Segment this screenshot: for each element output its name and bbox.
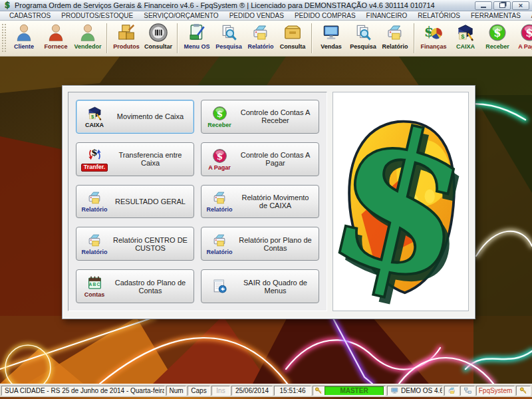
green-dollar-orb-icon (487, 23, 507, 43)
financial-menu-panel: CAIXA Movimento de Caixa Receber Control… (62, 85, 475, 319)
button-cadastro-plano-de-contas[interactable]: Contas Cadastro do Plano de Contas (76, 269, 194, 303)
toolbar-pesquisa-vendas[interactable]: Pesquisa (347, 21, 379, 56)
printer-icon (448, 386, 456, 395)
status-num-lock: Num (166, 386, 186, 396)
menu-cadastros[interactable]: CADASTROS (4, 11, 56, 20)
button-sair-quadro-de-menus[interactable]: SAIR do Quadro de Menus (201, 269, 319, 303)
toolbar-relatorio-vendas[interactable]: Relatório (379, 21, 411, 56)
menu-ajuda[interactable]: AJUDA (526, 11, 532, 20)
user-key-icon (519, 386, 528, 395)
menu-relatorios[interactable]: RELATÓRIOS (412, 11, 466, 20)
toolbar-cliente[interactable]: Cliente (8, 21, 40, 56)
user-badge: MASTER (325, 386, 384, 396)
toolbar-produtos[interactable]: Produtos (110, 21, 142, 56)
status-network[interactable] (460, 386, 475, 396)
toolbar-financas[interactable]: Finanças (418, 21, 450, 56)
status-date: 25/06/2014 (231, 386, 273, 396)
button-relatorio-centro-de-custos[interactable]: Relatório Relatório CENTRO DE CUSTOS (76, 227, 194, 261)
calendar-abc-icon (86, 275, 104, 291)
printer-icon (211, 190, 229, 206)
file-drawer-icon (283, 23, 303, 43)
application-window: $ Programa Ordem de Serviços Gerais & Fi… (0, 0, 532, 399)
toolbar-separator (177, 23, 178, 53)
toolbar-separator (414, 23, 415, 53)
button-relatorio-movimento-caixa[interactable]: Relatório Relatório Movimento de CAIXA (201, 185, 319, 219)
client-person-icon (14, 23, 34, 43)
product-boxes-icon (116, 23, 136, 43)
toolbar-consultar[interactable]: Consultar (142, 21, 174, 56)
toolbar-vendedor[interactable]: Vendedor (72, 21, 104, 56)
status-brand: FpqSystem (476, 386, 515, 396)
supplier-person-icon (46, 23, 66, 43)
status-location-date: SUA CIDADE - RS 25 de Junho de 2014 - Qu… (1, 386, 165, 396)
status-printer[interactable] (444, 386, 459, 396)
window-title: Programa Ordem de Serviços Gerais & Fina… (15, 1, 475, 9)
restore-button[interactable] (493, 1, 511, 10)
toolbar-a-pagar[interactable]: A Pagar (513, 21, 532, 56)
close-button[interactable]: × (512, 1, 529, 10)
statusbar: SUA CIDADE - RS 25 de Junho de 2014 - Qu… (0, 384, 532, 397)
toolbar-separator (106, 23, 108, 53)
dollar-shield-logo (337, 96, 465, 307)
restore-icon (499, 3, 505, 8)
green-dollar-orb-icon (211, 105, 229, 122)
menubar: CADASTROS PRODUTOS/ESTOQUE SERVIÇO/ORÇAM… (0, 11, 532, 21)
button-movimento-de-caixa[interactable]: CAIXA Movimento de Caixa (76, 100, 194, 134)
button-resultado-geral[interactable]: Relatório RESULTADO GERAL (76, 185, 194, 219)
search-documents-icon (219, 23, 239, 43)
printer-icon (385, 23, 405, 43)
menu-financeiro[interactable]: FINANCEIRO (361, 11, 413, 20)
menu-pedido-compras[interactable]: PEDIDO COMPRAS (289, 11, 361, 20)
exit-sheet-icon (211, 278, 229, 295)
toolbar-menu-os[interactable]: Menu OS (181, 21, 213, 56)
seller-person-icon (78, 23, 98, 43)
svg-text:$: $ (5, 1, 11, 10)
workspace: CAIXA Movimento de Caixa Receber Control… (0, 57, 532, 384)
toolbar: Cliente Fornece Vendedor Produtos Consul… (0, 21, 532, 57)
cash-book-icon (456, 23, 475, 43)
menu-produtos-estoque[interactable]: PRODUTOS/ESTOQUE (56, 11, 138, 20)
logo-box (332, 92, 469, 311)
toolbar-relatorio-os[interactable]: Relatório (245, 21, 277, 56)
app-icon: $ (3, 1, 12, 10)
search-documents-icon (353, 23, 373, 43)
toolbar-fornecedor[interactable]: Fornece (40, 21, 72, 56)
status-user: MASTER (313, 386, 386, 396)
toolbar-receber[interactable]: Receber (481, 21, 513, 56)
toolbar-pesquisa-os[interactable]: Pesquisa (213, 21, 245, 56)
status-caps-lock: Caps (188, 386, 210, 396)
menu-servico-orcamento[interactable]: SERVIÇO/ORÇAMENTO (138, 11, 223, 20)
minimize-button[interactable] (475, 1, 492, 10)
button-contas-a-pagar[interactable]: A Pagar Controle do Contas A Pagar (201, 142, 319, 176)
pink-dollar-orb-icon (211, 148, 229, 164)
menu-pedido-vendas[interactable]: PEDIDO VENDAS (224, 11, 289, 20)
minimize-icon (481, 7, 486, 8)
printer-icon (211, 232, 229, 249)
status-security[interactable] (516, 386, 531, 396)
titlebar: $ Programa Ordem de Serviços Gerais & Fi… (0, 0, 532, 11)
button-relatorio-plano-de-contas[interactable]: Relatório Relatório por Plano de Contas (201, 227, 319, 261)
computer-icon (390, 386, 399, 395)
printer-icon (251, 23, 271, 43)
toolbar-vendas[interactable]: Vendas (315, 21, 347, 56)
status-system: DEMO OS 4.6 (387, 386, 443, 396)
user-key-icon (315, 386, 323, 395)
service-order-clipboard-icon (187, 23, 207, 43)
toolbar-caixa[interactable]: CAIXA (450, 21, 481, 56)
transfer-arrows-icon (86, 146, 104, 163)
toolbar-consulta[interactable]: Consulta (277, 21, 309, 56)
red-dollar-orb-icon (519, 23, 532, 43)
menu-ferramentas[interactable]: FERRAMENTAS (466, 11, 526, 20)
sales-monitor-icon (321, 23, 341, 43)
button-contas-a-receber[interactable]: Receber Controle do Contas A Receber (201, 100, 319, 134)
toolbar-separator (311, 23, 313, 53)
close-icon: × (519, 2, 523, 9)
printer-icon (86, 232, 104, 249)
status-insert: Ins (211, 386, 230, 396)
button-transferencia-entre-caixa[interactable]: Tranfer. Transferencia entre Caixa (76, 142, 194, 176)
finance-pie-dollar-icon (424, 23, 444, 43)
barcode-icon (148, 23, 168, 43)
network-icon (464, 386, 472, 395)
cash-book-icon (86, 105, 104, 122)
menu-buttons-area: CAIXA Movimento de Caixa Receber Control… (68, 92, 327, 311)
